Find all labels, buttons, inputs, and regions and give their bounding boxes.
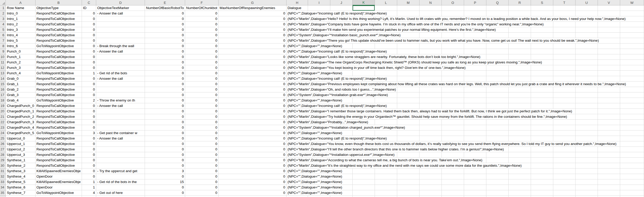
cell-W21[interactable]: [620, 114, 644, 120]
cell-M34[interactable]: [397, 185, 419, 190]
cell-B14[interactable]: RespondToCallObjective: [36, 76, 82, 82]
cell-B34[interactable]: OpenDoor: [36, 185, 82, 190]
cell-B17[interactable]: RespondToCallObjective: [36, 92, 82, 98]
cell-G28[interactable]: 0: [219, 152, 286, 158]
cell-P9[interactable]: [464, 49, 486, 54]
cell-U25[interactable]: [576, 136, 598, 141]
cell-F21[interactable]: 0: [185, 114, 219, 120]
row-header-18[interactable]: 18: [0, 98, 6, 103]
cell-U27[interactable]: [576, 147, 598, 152]
cell-L31[interactable]: [375, 169, 397, 174]
cell-L1[interactable]: [375, 5, 397, 11]
cell-U33[interactable]: [576, 179, 598, 185]
cell-A30[interactable]: Synthese_2: [6, 163, 35, 169]
cell-T12[interactable]: [553, 65, 576, 71]
cell-R23[interactable]: [509, 125, 531, 130]
row-header-33[interactable]: 33: [0, 179, 6, 185]
cell-F14[interactable]: 0: [185, 76, 219, 82]
cell-C29[interactable]: 0: [82, 158, 96, 163]
cell-V10[interactable]: [598, 54, 620, 60]
cell-K34[interactable]: [353, 185, 375, 190]
cell-F20[interactable]: 0: [185, 109, 219, 114]
cell-U6[interactable]: [576, 33, 598, 38]
cell-D30[interactable]: [96, 163, 145, 169]
cell-N14[interactable]: [419, 76, 442, 82]
cell-W33[interactable]: [620, 179, 644, 185]
cell-G6[interactable]: 0: [219, 33, 286, 38]
cell-D6[interactable]: [96, 33, 145, 38]
cell-partial-U[interactable]: [576, 196, 598, 197]
cell-O6[interactable]: [442, 33, 464, 38]
cell-V6[interactable]: [598, 33, 620, 38]
row-header-31[interactable]: 31: [0, 169, 6, 174]
cell-R5[interactable]: [509, 27, 531, 33]
cell-B2[interactable]: RespondToCallObjective: [36, 11, 82, 16]
cell-W8[interactable]: [620, 43, 644, 49]
cell-C12[interactable]: 0: [82, 65, 96, 71]
cell-P31[interactable]: [464, 169, 486, 174]
cell-U16[interactable]: [576, 87, 598, 92]
cell-J1[interactable]: [330, 5, 353, 11]
cell-H8[interactable]: (NPC="",Dialogue="",Image=None): [286, 43, 308, 49]
cell-B4[interactable]: RespondToCallObjective: [36, 22, 82, 27]
cell-N23[interactable]: [419, 125, 442, 130]
cell-W22[interactable]: [620, 120, 644, 125]
row-header-26[interactable]: 26: [0, 141, 6, 147]
cell-D24[interactable]: - Get past the container w: [96, 130, 145, 136]
cell-F22[interactable]: 0: [185, 120, 219, 125]
cell-Q19[interactable]: [486, 103, 509, 109]
cell-L18[interactable]: [375, 98, 397, 103]
cell-F28[interactable]: 0: [185, 152, 219, 158]
cell-D14[interactable]: - Answer the call: [96, 76, 145, 82]
cell-H5[interactable]: (NPC="Marlin",Dialogue="I’ll make him se…: [286, 27, 308, 33]
cell-partial-P[interactable]: [464, 196, 486, 197]
cell-L35[interactable]: [375, 190, 397, 196]
row-header-15[interactable]: 15: [0, 82, 6, 87]
cell-B23[interactable]: RespondToCallObjective: [36, 125, 82, 130]
cell-S29[interactable]: [531, 158, 553, 163]
cell-E18[interactable]: 0: [145, 98, 185, 103]
cell-D11[interactable]: [96, 60, 145, 65]
cell-D25[interactable]: - Answer the call: [96, 136, 145, 141]
cell-G4[interactable]: 0: [219, 22, 286, 27]
cell-N34[interactable]: [419, 185, 442, 190]
cell-F25[interactable]: 0: [185, 136, 219, 141]
cell-Q23[interactable]: [486, 125, 509, 130]
cell-A16[interactable]: Grab_2: [6, 87, 35, 92]
cell-partial-C[interactable]: [82, 196, 96, 197]
cell-L33[interactable]: [375, 179, 397, 185]
cell-B1[interactable]: ObjectiveType: [36, 5, 82, 11]
cell-B7[interactable]: RespondToCallObjective: [36, 38, 82, 43]
cell-H17[interactable]: (NPC="System",Dialogue="*Installation gr…: [286, 92, 308, 98]
cell-H34[interactable]: (NPC="",Dialogue="",Image=None): [286, 185, 308, 190]
cell-D4[interactable]: [96, 22, 145, 27]
cell-V32[interactable]: [598, 174, 620, 179]
cell-N18[interactable]: [419, 98, 442, 103]
cell-E5[interactable]: 0: [145, 27, 185, 33]
cell-O14[interactable]: [442, 76, 464, 82]
cell-U23[interactable]: [576, 125, 598, 130]
cell-B3[interactable]: RespondToCallObjective: [36, 16, 82, 22]
column-header-C[interactable]: C: [82, 0, 96, 5]
cell-U24[interactable]: [576, 130, 598, 136]
cell-C22[interactable]: 0: [82, 120, 96, 125]
cell-O33[interactable]: [442, 179, 464, 185]
cell-N25[interactable]: [419, 136, 442, 141]
cell-V2[interactable]: [598, 11, 620, 16]
cell-partial-M[interactable]: [397, 196, 419, 197]
cell-L34[interactable]: [375, 185, 397, 190]
cell-A28[interactable]: Uppercut_3: [6, 152, 35, 158]
cell-N1[interactable]: [419, 5, 442, 11]
row-header-13[interactable]: 13: [0, 71, 6, 76]
cell-A9[interactable]: Punch_0: [6, 49, 35, 54]
row-header-29[interactable]: 29: [0, 158, 6, 163]
cell-H7[interactable]: (NPC="Marlin",Dialogue="There you go! Th…: [286, 38, 308, 43]
cell-C23[interactable]: 0: [82, 125, 96, 130]
cell-W34[interactable]: [620, 185, 644, 190]
cell-T19[interactable]: [553, 103, 576, 109]
cell-E2[interactable]: 0: [145, 11, 185, 16]
cell-M16[interactable]: [397, 87, 419, 92]
cell-W1[interactable]: [620, 5, 644, 11]
cell-G29[interactable]: 0: [219, 158, 286, 163]
row-header-9[interactable]: 9: [0, 49, 6, 54]
